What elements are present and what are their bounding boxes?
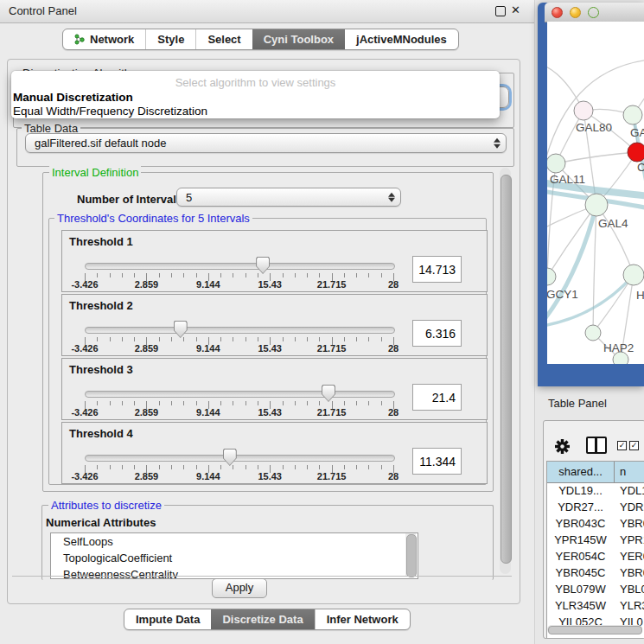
attribute-item[interactable]: BetweennessCentrality: [51, 566, 418, 579]
network-canvas[interactable]: GAL80GACGAL11GAL4GCY1HHAP2: [547, 22, 644, 364]
attribute-item[interactable]: SelfLoops: [51, 533, 418, 550]
cell-name[interactable]: YDR2: [620, 499, 644, 515]
checkbox-icon[interactable]: ✓: [617, 441, 627, 450]
slider-tick: [97, 337, 98, 341]
table-row[interactable]: YDR27...YDR2: [547, 499, 644, 515]
table-horizontal-scrollbar-thumb[interactable]: [548, 626, 642, 634]
network-node-gal4[interactable]: [585, 194, 608, 216]
cell-shared-name[interactable]: YDL19...: [547, 482, 614, 499]
cell-shared-name[interactable]: YBR043C: [547, 515, 614, 532]
slider-track[interactable]: [85, 391, 395, 398]
slider-tick-label: 9.144: [184, 279, 233, 290]
number-of-intervals-combo[interactable]: 5: [176, 188, 401, 207]
network-node-hap2[interactable]: [585, 325, 601, 341]
tab-cyni-toolbox[interactable]: Cyni Toolbox: [252, 29, 345, 49]
threshold-value-field[interactable]: 6.316: [412, 320, 462, 347]
tab-label: Style: [157, 33, 184, 46]
attribute-item[interactable]: TopologicalCoefficient: [51, 550, 418, 566]
network-node-gcy1[interactable]: [547, 268, 556, 285]
cell-name[interactable]: YLR3: [620, 597, 644, 614]
bottom-tab-discretize-data[interactable]: Discretize Data: [211, 609, 314, 629]
table-row[interactable]: YBL079WYBL0: [547, 581, 644, 597]
tab-jactivemnodules[interactable]: jActiveMNodules: [345, 29, 458, 49]
control-panel: Control Panel ✕ NetworkStyleSelectCyni T…: [0, 0, 535, 644]
cell-name[interactable]: YDL1: [620, 482, 644, 499]
bottom-tab-label: Impute Data: [136, 613, 200, 626]
tab-network[interactable]: Network: [63, 29, 145, 49]
tab-style[interactable]: Style: [145, 29, 195, 49]
algorithm-option[interactable]: Manual Discretization: [13, 91, 133, 104]
slider-tick: [134, 273, 135, 277]
table-data-combo[interactable]: galFiltered.sif default node: [25, 133, 507, 153]
network-view-window[interactable]: GAL80GACGAL11GAL4GCY1HHAP2: [538, 3, 644, 386]
tab-label: Cyni Toolbox: [264, 33, 334, 46]
network-edge[interactable]: [596, 205, 634, 275]
threshold-value-field[interactable]: 21.4: [412, 384, 462, 411]
algorithm-option[interactable]: Equal Width/Frequency Discretization: [13, 105, 207, 118]
slider-tick: [307, 273, 308, 277]
mac-minimize-button[interactable]: [570, 7, 581, 18]
cell-name[interactable]: YER0: [620, 548, 644, 564]
apply-button[interactable]: Apply: [212, 578, 267, 598]
node-label: GCY1: [547, 288, 578, 301]
slider-tick: [233, 273, 233, 277]
network-edge[interactable]: [556, 152, 637, 163]
table-row[interactable]: YBR043CYBR0: [547, 515, 644, 532]
slider-thumb[interactable]: [256, 257, 270, 274]
slider-track[interactable]: [85, 327, 395, 334]
slider-tick: [307, 337, 308, 341]
slider-tick: [368, 465, 369, 469]
slider-thumb[interactable]: [223, 449, 237, 466]
cell-shared-name[interactable]: YDR27...: [547, 499, 614, 515]
slider-track[interactable]: [85, 263, 395, 270]
mac-close-button[interactable]: [552, 7, 563, 18]
slider-tick: [171, 273, 172, 277]
split-columns-icon[interactable]: [586, 437, 607, 454]
mac-zoom-button[interactable]: [588, 7, 599, 18]
table-row[interactable]: YER054CYER0: [547, 548, 644, 564]
cell-name[interactable]: YBR0: [620, 515, 644, 532]
cell-shared-name[interactable]: YER054C: [547, 548, 614, 564]
slider-tick: [258, 401, 258, 405]
cell-shared-name[interactable]: YBR045C: [547, 564, 614, 581]
node-label: GAL80: [576, 121, 612, 134]
network-edge[interactable]: [547, 205, 596, 277]
tab-select[interactable]: Select: [195, 29, 252, 49]
close-icon[interactable]: ✕: [511, 3, 520, 16]
slider-thumb-face: [322, 386, 335, 401]
table-row[interactable]: YBR045CYBR0: [547, 564, 644, 581]
slider-thumb[interactable]: [174, 321, 188, 338]
slider-tick-label: 15.43: [245, 407, 294, 418]
table-row[interactable]: YPR145WYPR1: [547, 532, 644, 548]
column-header-name[interactable]: n: [615, 462, 644, 483]
threshold-value-field[interactable]: 14.713: [412, 256, 462, 283]
network-node-gal11[interactable]: [547, 154, 565, 173]
threshold-value-field[interactable]: 11.344: [412, 448, 462, 475]
network-node-gal80[interactable]: [574, 101, 593, 120]
table-row[interactable]: YLR345WYLR3: [547, 597, 644, 614]
network-node-c[interactable]: [628, 143, 644, 162]
cell-shared-name[interactable]: YPR145W: [547, 532, 614, 548]
table-row[interactable]: YDL19...YDL1: [547, 482, 644, 499]
float-window-icon[interactable]: [495, 6, 506, 16]
cell-name[interactable]: YPR1: [620, 532, 644, 548]
slider-thumb[interactable]: [322, 385, 335, 402]
numerical-attributes-list[interactable]: SelfLoopsTopologicalCoefficientBetweenne…: [50, 532, 418, 579]
network-node-ga[interactable]: [623, 105, 642, 124]
bottom-tab-impute-data[interactable]: Impute Data: [124, 609, 211, 629]
vertical-scrollbar-thumb[interactable]: [501, 175, 512, 564]
cell-name[interactable]: YBR0: [620, 564, 644, 581]
cell-shared-name[interactable]: YBL079W: [547, 581, 614, 597]
cell-name[interactable]: YBL0: [620, 581, 644, 597]
bottom-tab-infer-network[interactable]: Infer Network: [315, 609, 410, 629]
network-window-titlebar[interactable]: [545, 3, 644, 22]
network-node-h[interactable]: [623, 265, 644, 285]
slider-track[interactable]: [85, 455, 395, 462]
gear-icon[interactable]: [555, 439, 570, 454]
attributes-list-scrollbar-thumb[interactable]: [406, 534, 417, 577]
checkbox-icon[interactable]: ✓: [629, 441, 639, 450]
column-header-shared-name[interactable]: shared...: [547, 462, 615, 483]
network-edge[interactable]: [593, 205, 596, 333]
bottom-tab-bar: Impute DataDiscretize DataInfer Network: [124, 609, 411, 630]
cell-shared-name[interactable]: YLR345W: [547, 597, 614, 614]
